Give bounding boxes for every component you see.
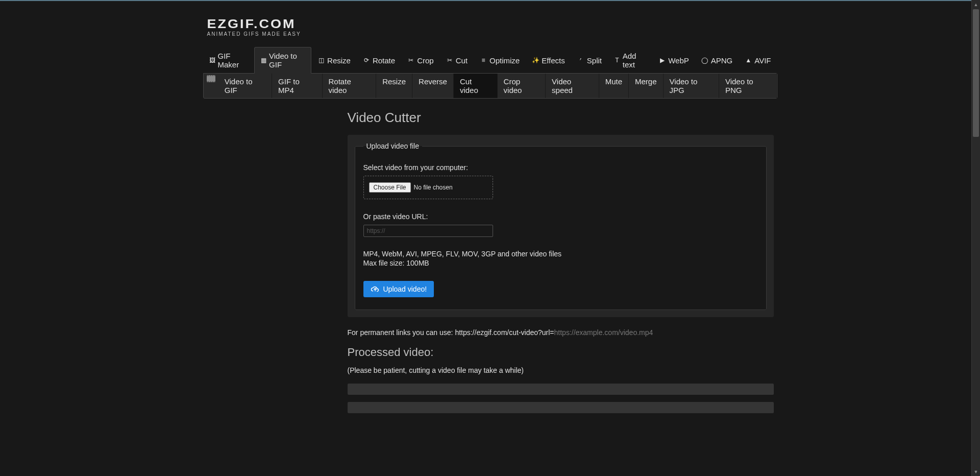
- gif-maker-icon: 🖼: [209, 57, 215, 64]
- patience-note: (Please be patient, cutting a video file…: [348, 366, 774, 374]
- upload-button[interactable]: Upload video!: [363, 281, 434, 297]
- logo-subtitle: ANIMATED GIFS MADE EASY: [207, 31, 773, 37]
- cloud-upload-icon: [371, 285, 380, 293]
- subnav-video-to-jpg[interactable]: Video to JPG: [664, 74, 719, 98]
- nav-video-to-gif[interactable]: ▦Video to GIF: [254, 47, 311, 74]
- url-label: Or paste video URL:: [363, 212, 758, 221]
- result-placeholder-2: [348, 402, 774, 413]
- subnav-crop-video[interactable]: Crop video: [498, 74, 546, 98]
- apng-icon: ◯: [701, 57, 708, 64]
- upload-panel: Upload video file Select video from your…: [348, 135, 774, 317]
- webp-icon: ▶: [658, 57, 666, 64]
- subnav-cut-video[interactable]: Cut video: [454, 74, 498, 98]
- subnav-merge[interactable]: Merge: [629, 74, 664, 98]
- add-text-icon: T: [614, 57, 620, 64]
- cut-icon: ✂: [446, 57, 453, 64]
- crop-icon: ✂: [407, 57, 414, 64]
- nav-split[interactable]: ⎖Split: [571, 47, 608, 74]
- upload-fieldset: Upload video file Select video from your…: [355, 142, 767, 310]
- nav-gif-maker[interactable]: 🖼GIF Maker: [203, 47, 255, 74]
- nav-effects[interactable]: ✨Effects: [526, 47, 571, 74]
- subnav-reverse[interactable]: Reverse: [412, 74, 454, 98]
- select-file-label: Select video from your computer:: [363, 163, 758, 172]
- nav-optimize[interactable]: ≡Optimize: [474, 47, 526, 74]
- vertical-scrollbar[interactable]: ▲ ▼: [971, 0, 980, 420]
- format-hint: MP4, WebM, AVI, MPEG, FLV, MOV, 3GP and …: [363, 249, 758, 268]
- result-placeholder-1: [348, 384, 774, 395]
- secondary-nav: Video to GIFGIF to MP4Rotate videoResize…: [203, 73, 777, 99]
- page-title: Video Cutter: [348, 110, 774, 126]
- video-to-gif-icon: ▦: [260, 57, 266, 64]
- subnav-rotate-video[interactable]: Rotate video: [323, 74, 377, 98]
- choose-file-button[interactable]: Choose File: [369, 182, 411, 193]
- subnav-gif-to-mp4[interactable]: GIF to MP4: [272, 74, 322, 98]
- subnav-video-speed[interactable]: Video speed: [546, 74, 599, 98]
- optimize-icon: ≡: [480, 57, 487, 64]
- file-dropzone[interactable]: Choose File No file chosen: [363, 176, 493, 199]
- avif-icon: ▲: [745, 57, 752, 64]
- scroll-up-icon[interactable]: ▲: [972, 0, 980, 9]
- subnav-video-to-gif[interactable]: Video to GIF: [218, 74, 272, 98]
- nav-webp[interactable]: ▶WebP: [652, 47, 695, 74]
- nav-add-text[interactable]: TAdd text: [608, 47, 652, 74]
- effects-icon: ✨: [532, 57, 539, 64]
- url-input[interactable]: [363, 225, 493, 237]
- nav-crop[interactable]: ✂Crop: [401, 47, 440, 74]
- resize-icon: ◫: [317, 57, 325, 64]
- file-chosen-status: No file chosen: [414, 184, 453, 191]
- primary-nav: 🖼GIF Maker▦Video to GIF◫Resize⟳Rotate✂Cr…: [203, 47, 777, 74]
- subnav-mute[interactable]: Mute: [599, 74, 629, 98]
- film-icon: [207, 75, 215, 82]
- site-logo[interactable]: EZGIF.COM ANIMATED GIFS MADE EASY: [203, 1, 777, 47]
- nav-resize[interactable]: ◫Resize: [311, 47, 357, 74]
- rotate-icon: ⟳: [363, 57, 370, 64]
- nav-apng[interactable]: ◯APNG: [695, 47, 739, 74]
- processed-heading: Processed video:: [348, 346, 774, 359]
- nav-avif[interactable]: ▲AVIF: [739, 47, 777, 74]
- subnav-resize[interactable]: Resize: [376, 74, 412, 98]
- upload-legend: Upload video file: [363, 142, 423, 150]
- subnav-video-to-png[interactable]: Video to PNG: [719, 74, 777, 98]
- scroll-thumb[interactable]: [973, 9, 979, 137]
- nav-rotate[interactable]: ⟳Rotate: [357, 47, 401, 74]
- nav-cut[interactable]: ✂Cut: [440, 47, 474, 74]
- split-icon: ⎖: [577, 57, 584, 64]
- permalink-hint: For permanent links you can use: https:/…: [348, 328, 774, 337]
- logo-title: EZGIF.COM: [207, 17, 773, 32]
